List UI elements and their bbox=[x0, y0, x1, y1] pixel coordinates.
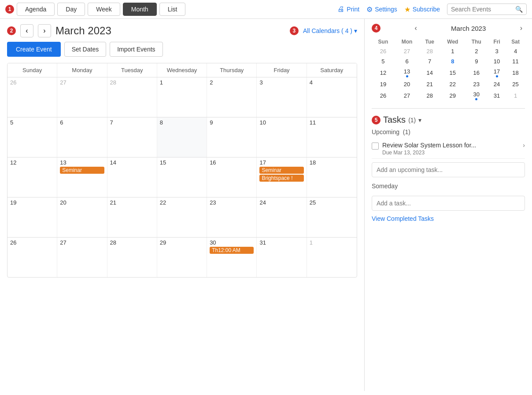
day-cell-1-0[interactable]: 5 bbox=[7, 117, 57, 157]
set-dates-button[interactable]: Set Dates bbox=[64, 42, 106, 57]
mini-day[interactable]: 5 bbox=[372, 56, 395, 66]
day-cell-4-4[interactable]: 30Th12:00 AM bbox=[207, 238, 257, 277]
mini-day[interactable]: 9 bbox=[466, 56, 488, 66]
mini-day[interactable]: 27 bbox=[395, 46, 419, 56]
day-cell-0-1[interactable]: 27 bbox=[57, 77, 107, 117]
mini-day[interactable]: 29 bbox=[440, 89, 465, 102]
day-cell-4-5[interactable]: 31 bbox=[257, 238, 307, 277]
day-cell-0-3[interactable]: 1 bbox=[157, 77, 207, 117]
day-cell-0-4[interactable]: 2 bbox=[207, 77, 257, 117]
mini-day[interactable]: 25 bbox=[506, 79, 525, 89]
all-calendars-button[interactable]: All Calendars ( 4 ) ▾ bbox=[303, 27, 357, 34]
search-icon[interactable]: 🔍 bbox=[515, 6, 523, 13]
prev-month-button[interactable]: ‹ bbox=[20, 24, 33, 37]
tasks-chevron-icon[interactable]: ▾ bbox=[418, 117, 421, 124]
mini-day[interactable]: 1 bbox=[440, 46, 465, 56]
tab-day[interactable]: Day bbox=[57, 3, 85, 16]
tab-month[interactable]: Month bbox=[123, 3, 157, 16]
week-row-1: 567891011 bbox=[7, 117, 357, 157]
mini-day[interactable]: 28 bbox=[419, 46, 440, 56]
day-cell-4-3[interactable]: 29 bbox=[157, 238, 207, 277]
mini-day[interactable]: 12 bbox=[372, 66, 395, 79]
mini-day[interactable]: 3 bbox=[488, 46, 506, 56]
mini-day[interactable]: 4 bbox=[506, 46, 525, 56]
day-cell-1-4[interactable]: 9 bbox=[207, 117, 257, 157]
day-cell-2-2[interactable]: 14 bbox=[107, 157, 157, 197]
next-month-button[interactable]: › bbox=[38, 24, 51, 37]
mini-day[interactable]: 1 bbox=[506, 89, 525, 102]
day-cell-4-6[interactable]: 1 bbox=[307, 238, 357, 277]
mini-day[interactable]: 16 bbox=[466, 66, 488, 79]
print-button[interactable]: 🖨 Print bbox=[337, 5, 359, 13]
event-pill[interactable]: Brightspace ! bbox=[259, 175, 303, 182]
day-cell-0-5[interactable]: 3 bbox=[257, 77, 307, 117]
day-cell-3-4[interactable]: 23 bbox=[207, 198, 257, 237]
day-cell-4-0[interactable]: 26 bbox=[7, 238, 57, 277]
mini-day[interactable]: 20 bbox=[395, 79, 419, 89]
day-cell-2-4[interactable]: 16 bbox=[207, 157, 257, 197]
day-cell-0-6[interactable]: 4 bbox=[307, 77, 357, 117]
mini-day[interactable]: 8 bbox=[440, 56, 465, 66]
mini-day[interactable]: 19 bbox=[372, 79, 395, 89]
day-cell-0-0[interactable]: 26 bbox=[7, 77, 57, 117]
mini-day[interactable]: 7 bbox=[419, 56, 440, 66]
day-cell-3-1[interactable]: 20 bbox=[57, 198, 107, 237]
search-input[interactable] bbox=[451, 6, 513, 13]
mini-day[interactable]: 23 bbox=[466, 79, 488, 89]
mini-day[interactable]: 10 bbox=[488, 56, 506, 66]
mini-day[interactable]: 18 bbox=[506, 66, 525, 79]
view-completed-button[interactable]: View Completed Tasks bbox=[372, 215, 434, 222]
day-cell-1-3[interactable]: 8 bbox=[157, 117, 207, 157]
create-event-button[interactable]: Create Event bbox=[7, 42, 61, 57]
day-cell-3-5[interactable]: 24 bbox=[257, 198, 307, 237]
add-upcoming-task-input[interactable] bbox=[372, 162, 525, 177]
mini-day[interactable]: 22 bbox=[440, 79, 465, 89]
day-cell-3-3[interactable]: 22 bbox=[157, 198, 207, 237]
mini-day[interactable]: 28 bbox=[419, 89, 440, 102]
day-cell-2-5[interactable]: 17SeminarBrightspace ! bbox=[257, 157, 307, 197]
day-cell-0-2[interactable]: 28 bbox=[107, 77, 157, 117]
event-pill[interactable]: Seminar bbox=[60, 167, 104, 174]
mini-day[interactable]: 31 bbox=[488, 89, 506, 102]
day-cell-1-5[interactable]: 10 bbox=[257, 117, 307, 157]
mini-day[interactable]: 13 bbox=[395, 66, 419, 79]
mini-day[interactable]: 30 bbox=[466, 89, 488, 102]
day-cell-3-2[interactable]: 21 bbox=[107, 198, 157, 237]
day-cell-1-6[interactable]: 11 bbox=[307, 117, 357, 157]
mini-day[interactable]: 26 bbox=[372, 46, 395, 56]
add-someday-task-input[interactable] bbox=[372, 196, 525, 211]
task-checkbox[interactable] bbox=[372, 143, 379, 150]
day-cell-2-1[interactable]: 13Seminar bbox=[57, 157, 107, 197]
mini-day[interactable]: 27 bbox=[395, 89, 419, 102]
subscribe-button[interactable]: ★ Subscribe bbox=[404, 5, 440, 14]
day-cell-2-6[interactable]: 18 bbox=[307, 157, 357, 197]
mini-day[interactable]: 26 bbox=[372, 89, 395, 102]
day-cell-1-1[interactable]: 6 bbox=[57, 117, 107, 157]
mini-day[interactable]: 21 bbox=[419, 79, 440, 89]
day-cell-4-1[interactable]: 27 bbox=[57, 238, 107, 277]
event-pill[interactable]: Seminar bbox=[259, 167, 303, 174]
mini-day[interactable]: 17 bbox=[488, 66, 506, 79]
tab-list[interactable]: List bbox=[159, 3, 186, 16]
day-cell-3-0[interactable]: 19 bbox=[7, 198, 57, 237]
mini-prev-button[interactable]: ‹ bbox=[412, 23, 419, 33]
day-cell-2-3[interactable]: 15 bbox=[157, 157, 207, 197]
day-cell-3-6[interactable]: 25 bbox=[307, 198, 357, 237]
day-cell-1-2[interactable]: 7 bbox=[107, 117, 157, 157]
mini-next-button[interactable]: › bbox=[517, 23, 525, 33]
import-events-button[interactable]: Import Events bbox=[110, 42, 163, 57]
day-cell-4-2[interactable]: 28 bbox=[107, 238, 157, 277]
task-arrow-icon[interactable]: › bbox=[523, 142, 525, 149]
mini-day[interactable]: 2 bbox=[466, 46, 488, 56]
task-item[interactable]: Review Solar System Lesson for... Due Ma… bbox=[372, 139, 525, 159]
mini-day[interactable]: 24 bbox=[488, 79, 506, 89]
mini-day[interactable]: 15 bbox=[440, 66, 465, 79]
mini-day[interactable]: 6 bbox=[395, 56, 419, 66]
tab-agenda[interactable]: Agenda bbox=[17, 3, 55, 16]
mini-day[interactable]: 11 bbox=[506, 56, 525, 66]
mini-day[interactable]: 14 bbox=[419, 66, 440, 79]
day-cell-2-0[interactable]: 12 bbox=[7, 157, 57, 197]
tab-week[interactable]: Week bbox=[88, 3, 120, 16]
event-pill[interactable]: Th12:00 AM bbox=[210, 247, 254, 254]
settings-button[interactable]: ⚙ Settings bbox=[366, 5, 397, 14]
